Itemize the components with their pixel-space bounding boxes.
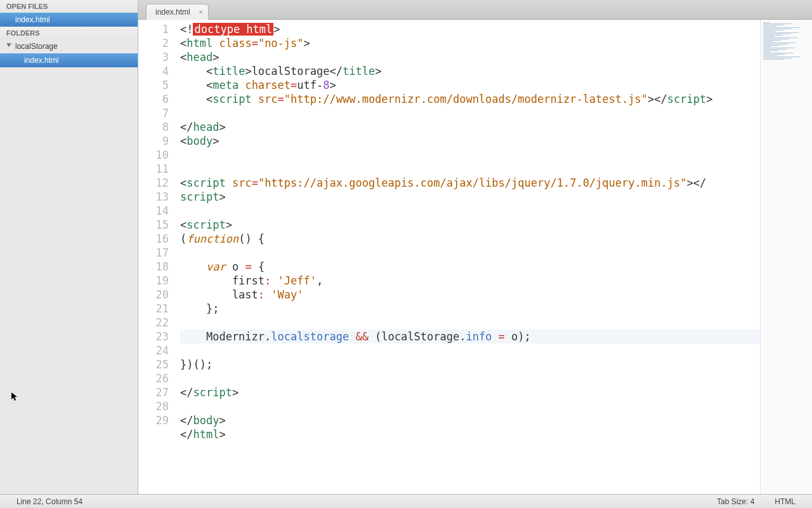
code-line[interactable]: <script> (180, 218, 760, 232)
code-line[interactable]: </html> (180, 427, 760, 441)
code-line[interactable]: (function() { (180, 232, 760, 246)
minimap-line (763, 22, 769, 23)
code-line[interactable]: })(); (180, 358, 760, 371)
minimap-line (763, 43, 796, 43)
code-line[interactable] (180, 399, 760, 413)
status-tab-size[interactable]: Tab Size: 4 (707, 497, 764, 506)
line-number: 28 (138, 399, 169, 413)
line-number: 23 (138, 330, 169, 344)
minimap-line (763, 58, 792, 58)
code-line[interactable]: var o = { (180, 260, 760, 274)
code-line[interactable]: first: 'Jeff', (180, 274, 760, 288)
folder-file-item[interactable]: index.html (0, 53, 138, 67)
line-number: 15 (138, 218, 169, 232)
code-line[interactable]: <body> (180, 134, 760, 148)
minimap-line (763, 23, 793, 24)
minimap-line (763, 41, 773, 42)
code-line[interactable]: </script> (180, 385, 760, 399)
code-line[interactable] (180, 148, 760, 162)
line-number: 1 (138, 22, 169, 36)
minimap-line (763, 27, 800, 28)
code-line[interactable]: <head> (180, 50, 760, 64)
line-number: 3 (138, 50, 169, 64)
line-number: 22 (138, 316, 169, 330)
editor-main: index.html× 1234567891011121314151617181… (138, 0, 812, 494)
minimap-line (763, 50, 778, 51)
minimap-line (763, 57, 801, 57)
minimap-line (763, 44, 788, 44)
code-line[interactable]: </head> (180, 120, 760, 134)
code-line[interactable]: script> (180, 190, 760, 204)
line-number: 19 (138, 274, 169, 288)
line-number: 16 (138, 232, 169, 246)
minimap-line (763, 37, 797, 38)
line-number: 12 (138, 176, 169, 190)
line-number: 8 (138, 120, 169, 134)
line-number: 17 (138, 246, 169, 260)
tab-label: index.html (155, 8, 190, 17)
line-number: 25 (138, 358, 169, 371)
minimap-line (763, 31, 775, 32)
minimap-line (763, 39, 789, 39)
line-number: 26 (138, 371, 169, 385)
code-line[interactable] (180, 246, 760, 260)
code-line[interactable] (180, 344, 760, 358)
open-file-item[interactable]: index.html (0, 13, 138, 27)
line-number: 10 (138, 148, 169, 162)
code-line[interactable]: <meta charset=utf-8> (180, 78, 760, 92)
code-line[interactable] (180, 106, 760, 120)
minimap-line (763, 29, 792, 29)
code-line[interactable] (180, 162, 760, 176)
code-area[interactable]: <!doctype html><html class="no-js"><head… (175, 20, 760, 494)
code-line[interactable] (180, 316, 760, 330)
line-number: 5 (138, 78, 169, 92)
editor[interactable]: 1234567891011121314151617181920212223242… (138, 20, 812, 494)
line-number: 4 (138, 64, 169, 78)
code-line[interactable]: <script src="http://www.modernizr.com/do… (180, 92, 760, 106)
status-cursor-position[interactable]: Line 22, Column 54 (6, 497, 93, 506)
code-line[interactable]: </body> (180, 413, 760, 427)
line-number: 27 (138, 385, 169, 399)
code-line[interactable]: }; (180, 302, 760, 316)
status-bar: Line 22, Column 54 Tab Size: 4 HTML (0, 494, 812, 508)
line-number: 11 (138, 162, 169, 176)
minimap-line (763, 30, 783, 30)
line-number: 6 (138, 92, 169, 106)
code-line[interactable] (180, 371, 760, 385)
line-number: 20 (138, 288, 169, 302)
line-number: 29 (138, 413, 169, 427)
line-number: 7 (138, 106, 169, 120)
status-syntax[interactable]: HTML (764, 497, 806, 506)
line-number: 13 (138, 190, 169, 204)
minimap-line (763, 49, 787, 50)
minimap-line (763, 40, 781, 41)
folder-item[interactable]: localStorage (0, 39, 138, 53)
open-files-header: OPEN FILES (0, 0, 138, 13)
editor-tab[interactable]: index.html× (146, 4, 209, 20)
minimap-line (763, 59, 784, 60)
code-line[interactable]: Modernizr.localstorage && (localStorage.… (180, 330, 760, 344)
minimap-line (763, 25, 785, 25)
code-line[interactable]: <!doctype html> (180, 22, 760, 36)
tab-bar: index.html× (138, 0, 812, 20)
minimap-line (763, 26, 776, 27)
code-line[interactable]: last: 'Way' (180, 288, 760, 302)
minimap-line (763, 51, 770, 52)
minimap-line (763, 32, 799, 33)
close-icon[interactable]: × (199, 8, 202, 16)
minimap[interactable] (760, 20, 812, 494)
minimap-line (763, 54, 785, 55)
line-number: 18 (138, 260, 169, 274)
minimap-line (763, 45, 780, 46)
minimap-line (763, 34, 790, 34)
disclosure-triangle-icon[interactable] (6, 43, 11, 47)
line-number-gutter: 1234567891011121314151617181920212223242… (138, 20, 175, 494)
line-number: 24 (138, 344, 169, 358)
minimap-line (763, 48, 795, 48)
code-line[interactable]: <html class="no-js"> (180, 36, 760, 50)
code-line[interactable]: <title>localStorage</title> (180, 64, 760, 78)
code-line[interactable]: <script src="https://ajax.googleapis.com… (180, 176, 760, 190)
line-number: 14 (138, 204, 169, 218)
folders-header: FOLDERS (0, 27, 138, 39)
code-line[interactable] (180, 204, 760, 218)
